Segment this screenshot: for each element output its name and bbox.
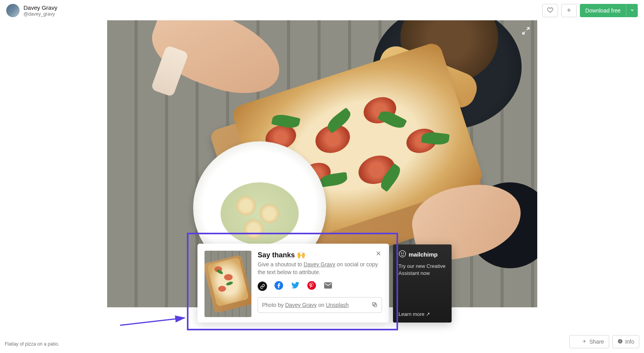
twitter-share-button[interactable] bbox=[291, 282, 300, 291]
facebook-share-button[interactable] bbox=[274, 282, 283, 291]
plus-icon bbox=[566, 7, 572, 14]
ad-card[interactable]: mailchimp Try our new Creative Assistant… bbox=[393, 244, 452, 323]
thanks-title: Say thanks 🙌 bbox=[258, 251, 382, 259]
svg-point-14 bbox=[401, 253, 402, 254]
share-button[interactable]: Share bbox=[569, 335, 609, 348]
hug-emoji: 🙌 bbox=[297, 251, 305, 259]
attribution-author-link[interactable]: Davey Gravy bbox=[285, 302, 317, 308]
thanks-subtitle: Give a shoutout to Davey Gravy on social… bbox=[258, 261, 382, 276]
user-name[interactable]: Davey Gravy bbox=[23, 4, 57, 11]
thanks-thumbnail bbox=[205, 251, 251, 317]
user-block[interactable]: Davey Gravy @davey_gravy bbox=[6, 4, 57, 17]
info-icon bbox=[617, 339, 623, 345]
say-thanks-card: Say thanks 🙌 Give a shoutout to Davey Gr… bbox=[197, 244, 389, 323]
attribution-box: Photo by Davey Gravy on Unsplash bbox=[258, 297, 382, 313]
svg-point-10 bbox=[307, 281, 316, 290]
email-share-button[interactable] bbox=[323, 282, 333, 291]
svg-line-3 bbox=[522, 32, 525, 34]
expand-button[interactable] bbox=[522, 27, 530, 37]
copy-link-button[interactable] bbox=[258, 282, 267, 291]
close-button[interactable] bbox=[375, 250, 382, 259]
pinterest-icon bbox=[307, 281, 316, 292]
facebook-icon bbox=[274, 281, 283, 292]
download-button[interactable]: Download free bbox=[580, 4, 626, 17]
svg-line-2 bbox=[526, 28, 529, 30]
link-icon bbox=[258, 282, 267, 291]
attribution-site-link[interactable]: Unsplash bbox=[326, 302, 348, 308]
ad-logo: mailchimp bbox=[398, 250, 446, 259]
share-icon bbox=[574, 339, 587, 345]
like-button[interactable] bbox=[542, 4, 558, 17]
mailchimp-icon bbox=[398, 250, 406, 259]
info-button[interactable]: Info bbox=[612, 335, 639, 348]
photo-food bbox=[244, 219, 264, 239]
svg-point-15 bbox=[403, 253, 404, 254]
svg-rect-6 bbox=[620, 340, 620, 340]
avatar[interactable] bbox=[6, 4, 20, 17]
chevron-down-icon bbox=[630, 8, 635, 14]
heart-icon bbox=[547, 7, 553, 14]
mail-icon bbox=[323, 281, 333, 292]
ad-text: Try our new Creative Assistant now bbox=[398, 263, 446, 277]
copy-attribution-button[interactable] bbox=[371, 301, 378, 309]
add-button[interactable] bbox=[561, 4, 577, 17]
author-link[interactable]: Davey Gravy bbox=[304, 261, 335, 267]
svg-point-13 bbox=[399, 251, 406, 257]
twitter-icon bbox=[291, 281, 300, 292]
svg-line-16 bbox=[120, 318, 185, 325]
info-label: Info bbox=[625, 339, 634, 345]
download-options-button[interactable] bbox=[626, 4, 638, 17]
pinterest-share-button[interactable] bbox=[307, 282, 316, 291]
photo-food bbox=[260, 204, 279, 223]
svg-rect-5 bbox=[620, 341, 620, 342]
share-label: Share bbox=[589, 339, 604, 345]
ad-learn-more[interactable]: Learn more ↗ bbox=[398, 311, 430, 317]
photo-caption: Flatlay of pizza on a patio. bbox=[5, 341, 59, 347]
photo-food bbox=[236, 196, 256, 216]
annotation-arrow bbox=[118, 316, 188, 327]
user-handle[interactable]: @davey_gravy bbox=[23, 11, 57, 17]
